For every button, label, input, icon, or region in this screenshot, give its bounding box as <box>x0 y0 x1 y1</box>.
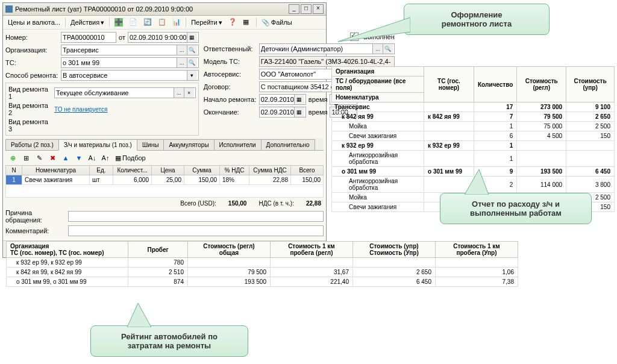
from-label: от <box>119 34 125 41</box>
ts-label: ТС: <box>5 59 58 66</box>
responsible-label: Ответственный: <box>204 45 257 52</box>
insert-row-icon[interactable]: ⊞ <box>20 152 32 164</box>
select-icon[interactable]: ... <box>177 58 187 67</box>
tab-performers[interactable]: Исполнители <box>214 139 262 150</box>
delete-row-icon[interactable]: ✖ <box>46 152 58 164</box>
start-label: Начало ремонта: <box>204 96 257 103</box>
number-label: Номер: <box>5 34 58 41</box>
parts-grid[interactable]: N Номенклатура Ед. Количест... Цена Сумм… <box>5 165 324 198</box>
window-icon <box>5 5 13 13</box>
callout-report: Отчет по расходу з/ч ивыполненным работа… <box>440 193 592 224</box>
select-icon[interactable]: ... <box>177 45 187 55</box>
calendar-icon[interactable]: ▦ <box>187 33 197 42</box>
comment-label: Комментарий: <box>5 227 66 234</box>
sort-asc-icon[interactable]: A↓ <box>86 152 98 164</box>
total-sum: 150,00 <box>228 200 247 207</box>
tb-help-icon[interactable]: ❓ <box>226 17 239 28</box>
model-display: ГАЗ-221400 "Газель" (ЗМЗ-4026.10-4L-2,4- <box>259 56 395 67</box>
tb-post-icon[interactable]: 📋 <box>155 17 169 28</box>
col-unit: Ед. <box>90 166 113 175</box>
total-label: Всего (USD): <box>180 200 216 207</box>
svg-marker-2 <box>127 303 151 327</box>
grid-toolbar: ⊕ ⊞ ✎ ✖ ▲ ▼ A↓ A↑ ▦ Подбор <box>5 151 324 165</box>
sort-desc-icon[interactable]: A↑ <box>99 152 111 164</box>
tab-parts[interactable]: З/ч и материалы (1 поз.) <box>58 139 137 151</box>
date-input[interactable]: 02.09.2010 9:00:00▦ <box>128 32 199 43</box>
tb-struct-icon[interactable]: ▦ <box>240 17 254 28</box>
reason-label: Причина обращения: <box>5 209 66 224</box>
tb-new-icon[interactable]: ➕ <box>112 17 125 28</box>
nds-sum: 22,88 <box>306 200 321 207</box>
tab-tires[interactable]: Шины <box>137 139 164 150</box>
dropdown-icon[interactable]: ▾ <box>187 71 197 80</box>
callout-form: Оформлениеремонтного листа <box>404 4 550 35</box>
selection-button[interactable]: ▦ Подбор <box>113 152 148 164</box>
window-title: Ремонтный лист (уат) ТРА00000010 от 02.0… <box>15 5 289 13</box>
tb-refresh-icon[interactable]: 🔄 <box>141 17 154 28</box>
edit-row-icon[interactable]: ✎ <box>33 152 45 164</box>
reason-input[interactable] <box>68 211 324 222</box>
col-n: N <box>6 166 22 175</box>
close-window-button[interactable]: × <box>313 4 324 14</box>
col-sum: Сумма <box>184 166 220 175</box>
prices-menu[interactable]: Цены и валюта... <box>5 17 63 27</box>
actions-menu[interactable]: Действия ▾ <box>68 17 107 28</box>
col-nomenclature: Номенклатура <box>22 166 90 175</box>
start-date-input[interactable]: 02.09.2010▦ <box>259 94 306 105</box>
number-input[interactable]: ТРА00000010 <box>61 32 116 43</box>
comment-input[interactable] <box>68 225 324 236</box>
minimize-button[interactable]: _ <box>289 4 299 14</box>
time-label: время <box>308 108 328 116</box>
col-total: Всего <box>291 166 324 175</box>
grid-row[interactable]: 1 Свечи зажигания шт 6,000 25,00 150,00 … <box>6 175 324 185</box>
callout-rating: Рейтинг автомобилей позатратам на ремонт… <box>90 325 248 357</box>
repair-type2-label: Вид ремонта 2 <box>8 102 52 116</box>
repair-method-select[interactable]: В автосервисе▾ <box>61 70 199 81</box>
tab-batteries[interactable]: Аккумуляторы <box>163 139 214 150</box>
time-label: время <box>308 96 328 103</box>
nds-label: НДС (в т. ч.): <box>258 200 294 207</box>
to-not-planned-link[interactable]: ТО не планируется <box>54 106 107 113</box>
svg-marker-1 <box>465 169 489 195</box>
end-date-input[interactable]: 02.09.2010▦ <box>259 107 306 118</box>
repair-type1-label: Вид ремонта 1 <box>8 86 52 100</box>
col-nds: % НДС <box>220 166 249 175</box>
open-icon[interactable]: 🔍 <box>187 45 197 55</box>
contract-label: Договор: <box>204 83 257 90</box>
end-label: Окончание: <box>204 108 257 116</box>
rating-report: ОрганизацияТС (гос. номер), ТС (гос. ном… <box>6 241 518 287</box>
col-price: Цена <box>152 166 184 175</box>
svg-marker-0 <box>338 17 410 42</box>
goto-menu[interactable]: Перейти ▾ <box>189 17 225 28</box>
tb-report-icon[interactable]: 📊 <box>170 17 183 28</box>
col-qty: Количест... <box>113 166 152 175</box>
open-icon[interactable]: 🔍 <box>187 58 197 67</box>
maximize-button[interactable]: □ <box>301 4 312 14</box>
repair-sheet-window: Ремонтный лист (уат) ТРА00000010 от 02.0… <box>2 2 327 258</box>
files-menu[interactable]: 📎 Файлы <box>259 17 295 28</box>
service-label: Автосервис: <box>204 71 257 78</box>
titlebar[interactable]: Ремонтный лист (уат) ТРА00000010 от 02.0… <box>3 3 326 16</box>
org-label: Организация: <box>5 46 58 54</box>
repair-type1-input[interactable]: Текущее обслуживание...× <box>54 87 196 98</box>
tb-copy-icon[interactable]: 📄 <box>127 17 140 28</box>
tab-extra[interactable]: Дополнительно <box>261 139 315 150</box>
main-toolbar: Цены и валюта... Действия ▾ ➕ 📄 🔄 📋 📊 Пе… <box>3 16 326 30</box>
move-down-icon[interactable]: ▼ <box>73 152 85 164</box>
add-row-icon[interactable]: ⊕ <box>7 152 19 164</box>
move-up-icon[interactable]: ▲ <box>60 152 72 164</box>
tab-bar: Работы (2 поз.) З/ч и материалы (1 поз.)… <box>5 138 324 151</box>
model-label: Модель ТС: <box>204 58 257 65</box>
repair-type3-label: Вид ремонта 3 <box>8 118 52 133</box>
tab-works[interactable]: Работы (2 поз.) <box>5 139 59 150</box>
org-input[interactable]: Трансервис...🔍 <box>61 45 199 55</box>
col-sumnds: Сумма НДС <box>249 166 291 175</box>
repair-method-label: Способ ремонта: <box>5 72 58 79</box>
ts-input[interactable]: о 301 мм 99...🔍 <box>61 57 199 68</box>
